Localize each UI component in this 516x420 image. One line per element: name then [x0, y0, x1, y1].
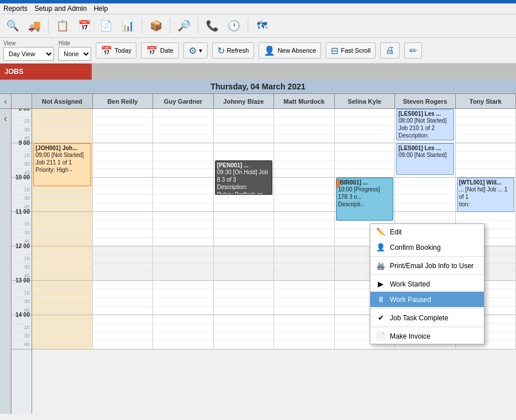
pencil-icon: ✏	[409, 45, 417, 56]
list-icon[interactable]: 📄	[97, 17, 115, 35]
toolbar-sep-2	[142, 18, 142, 34]
col-selina-kyle: Selina Kyle	[335, 94, 396, 108]
jobs-label: JOBS	[0, 64, 92, 80]
refresh-button[interactable]: ↻ Refresh	[212, 42, 255, 58]
date-icon: 📅	[146, 45, 158, 56]
context-menu: ✏️Edit👤Confirm Booking🖨️Print/Email Job …	[370, 223, 484, 344]
ctx-icon-edit: ✏️	[376, 227, 385, 236]
print-icon: 🖨	[385, 45, 394, 56]
col-matt-murdock: Matt Murdock	[274, 94, 335, 108]
col-body-johnny-blaze: [PEN001] ...09:30 [On Hold] Job 8 3 of 3…	[214, 109, 275, 350]
search-icon[interactable]: 🔍	[3, 17, 22, 35]
icon-toolbar: 🔍 🚚 📋 📅 📄 📊 📦 🔎 📞 🕐 🗺	[0, 14, 516, 38]
toolbar-sep-1	[48, 18, 49, 34]
report-icon[interactable]: 📊	[119, 17, 137, 35]
today-button[interactable]: 📅 Today	[96, 42, 136, 58]
box-icon[interactable]: 📦	[147, 17, 165, 35]
ctx-icon-make-invoice: 📄	[376, 332, 385, 340]
column-headers: ‹ Not Assigned Ben Reilly Guy Gardner Jo…	[0, 94, 516, 109]
nav-left[interactable]: ‹	[0, 94, 11, 108]
ctx-label-work-started: Work Started	[390, 280, 430, 288]
toolbar-sep-5	[248, 18, 248, 34]
ctx-icon-print-email: 🖨️	[376, 261, 385, 270]
fast-scroll-label: Fast Scroll	[341, 47, 370, 54]
ctx-label-make-invoice: Make Invoice	[390, 332, 431, 340]
col-tony-stark: Tony Stark	[456, 94, 517, 108]
ctx-work-started[interactable]: ▶Work Started	[370, 276, 484, 292]
ctx-edit[interactable]: ✏️Edit	[370, 224, 484, 240]
ctx-confirm[interactable]: 👤Confirm Booking	[370, 240, 484, 255]
ctx-print-email[interactable]: 🖨️Print/Email Job Info to User	[370, 258, 484, 273]
controls-bar: View Day View Week View Month View Hide …	[0, 38, 516, 64]
col-body-guy-gardner	[153, 109, 214, 350]
ctx-label-confirm: Confirm Booking	[390, 244, 441, 252]
ctx-label-task-complete: Job Task Complete	[390, 314, 448, 322]
toolbar-sep-3	[170, 18, 170, 34]
nav-col-body[interactable]: ‹	[0, 109, 11, 414]
document-icon[interactable]: 📋	[53, 17, 72, 35]
today-label: Today	[115, 47, 131, 54]
filter-icon: ⚙	[189, 45, 197, 56]
col-body-not-assigned: [JOH001] Joh...09:00 [Not Started] Job 2…	[32, 109, 93, 350]
ctx-label-edit: Edit	[390, 228, 402, 236]
clock-icon[interactable]: 🕐	[225, 17, 243, 35]
col-not-assigned: Not Assigned	[32, 94, 93, 108]
ctx-make-invoice[interactable]: 📄Make Invoice	[370, 328, 484, 344]
time-col-header	[11, 94, 32, 108]
appt-wtl001[interactable]: [WTL001] Will...... [Not hd] Job ... 1 o…	[457, 178, 515, 212]
calendar-icon: 📅	[101, 45, 112, 56]
filter-button[interactable]: ⚙ ▾	[183, 42, 208, 58]
appt-bir001[interactable]: [BIR001] ...10:00 [Progress] 178 3 o... …	[336, 178, 394, 221]
pencil-button[interactable]: ✏	[404, 42, 422, 58]
view-select[interactable]: Day View Week View Month View	[3, 47, 54, 61]
date-button[interactable]: 📅 Date	[141, 42, 178, 58]
view-label: View	[3, 40, 54, 46]
appt-les001-2[interactable]: [LES001] Les ...09:00 [Not Started]	[396, 143, 454, 175]
scroll-icon: ⊟	[331, 45, 338, 56]
col-body-ben-reilly	[93, 109, 154, 350]
date-label: Date	[160, 47, 173, 54]
hide-label: Hide	[58, 40, 91, 46]
appt-pen001[interactable]: [PEN001] ...09:30 [On Hold] Job 8 3 of 3…	[215, 160, 273, 195]
filter-label: ▾	[199, 47, 202, 54]
col-guy-gardner: Guy Gardner	[153, 94, 214, 108]
new-absence-button[interactable]: 👤 New Absence	[259, 42, 321, 58]
ctx-task-complete[interactable]: ✔Job Task Complete	[370, 310, 484, 325]
menu-reports[interactable]: Reports	[3, 5, 28, 13]
person-icon: 👤	[264, 45, 275, 56]
ctx-icon-work-started: ▶	[376, 280, 385, 288]
jobs-header-row: JOBS	[0, 64, 516, 80]
print-button[interactable]: 🖨	[380, 42, 400, 58]
ctx-icon-work-paused: ⏸	[376, 295, 385, 304]
refresh-label: Refresh	[227, 47, 249, 54]
col-ben-reilly: Ben Reilly	[93, 94, 154, 108]
time-col: 8 001530459 0015304510 0015304511 001530…	[11, 109, 32, 414]
hide-group: Hide None All	[58, 40, 91, 61]
map-icon[interactable]: 🗺	[253, 17, 271, 35]
fast-scroll-button[interactable]: ⊟ Fast Scroll	[326, 42, 376, 58]
col-johnny-blaze: Johnny Blaze	[214, 94, 275, 108]
menu-help[interactable]: Help	[93, 5, 108, 13]
ctx-label-print-email: Print/Email Job Info to User	[390, 262, 474, 270]
ctx-icon-task-complete: ✔	[376, 313, 385, 322]
new-absence-label: New Absence	[277, 47, 316, 54]
refresh-icon: ↻	[217, 45, 225, 56]
ctx-label-work-paused: Work Paused	[390, 296, 431, 304]
toolbar-sep-4	[198, 18, 198, 34]
date-header: Thursday, 04 March 2021	[0, 80, 516, 94]
calendar-grid-icon[interactable]: 📅	[75, 17, 93, 35]
ctx-work-paused[interactable]: ⏸Work Paused	[370, 292, 484, 307]
appt-les001-1[interactable]: [LES001] Les ...08:00 [Not Started] Job …	[396, 109, 454, 140]
col-steven-rogers: Steven Rogers	[395, 94, 456, 108]
menu-setup[interactable]: Setup and Admin	[34, 5, 87, 13]
menu-bar: Reports Setup and Admin Help	[0, 3, 516, 14]
truck-icon[interactable]: 🚚	[25, 17, 44, 35]
hide-select[interactable]: None All	[58, 47, 91, 61]
magnify-icon[interactable]: 🔎	[175, 17, 193, 35]
col-body-matt-murdock	[274, 109, 335, 350]
appt-joh001[interactable]: [JOH001] Joh...09:00 [Not Started] Job 2…	[33, 143, 91, 186]
view-group: View Day View Week View Month View	[3, 40, 54, 61]
phone-icon[interactable]: 📞	[203, 17, 221, 35]
ctx-icon-confirm: 👤	[376, 243, 385, 252]
